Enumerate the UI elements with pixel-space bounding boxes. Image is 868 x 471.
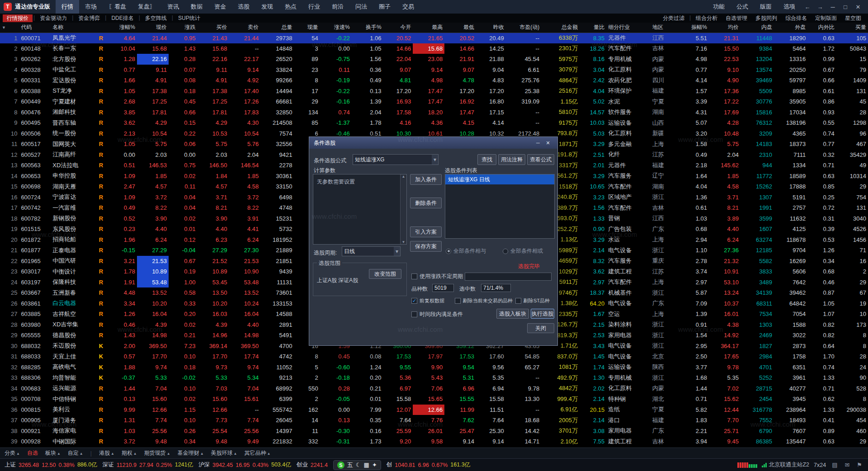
dialog-close-button[interactable]: ✕ (543, 140, 553, 146)
table-row[interactable]: 4600328中盐化工R0.779.110.079.119.1433824230… (0, 65, 868, 75)
column-header-涨速%[interactable]: 涨速% (320, 23, 352, 33)
table-row[interactable]: 35000708中信特钢R0.1315.600.0215.6015.616399… (0, 394, 868, 405)
tab-港股[interactable]: 港股▲ (99, 449, 114, 457)
tab-其它品种[interactable]: 其它品种▲ (245, 449, 271, 457)
table-row[interactable]: 31688033天宜上佳K0.5717.700.1017.7017.744742… (0, 351, 868, 362)
column-header-最高[interactable]: 最高 (413, 23, 444, 33)
toolbar-item-资金博弈[interactable]: 资金博弈 (74, 14, 104, 22)
menu-item-数据[interactable]: 数据 (185, 0, 208, 14)
column-header-内盘[interactable]: 内盘 (741, 23, 774, 33)
menu-item-资讯[interactable]: 资讯 (161, 0, 185, 14)
view-formula-button[interactable]: 查看公式 (527, 154, 554, 165)
tab-美股环球[interactable]: 美股环球▲ (211, 449, 237, 457)
radio-all-and[interactable]: 全部条件相与 (446, 247, 486, 255)
column-header-现价[interactable]: 现价 (137, 23, 169, 33)
column-header-代码[interactable]: 代码 (19, 23, 51, 33)
add-condition-button[interactable]: 加入条件 (410, 174, 442, 185)
table-row[interactable]: 34000683远兴能源R1.447.040.107.037.046899255… (0, 383, 868, 394)
remove-condition-button[interactable]: 删除条件 (410, 198, 442, 208)
dialog-titlebar[interactable]: 条件选股 ─ ✕ (309, 137, 557, 149)
column-header-今开[interactable]: 今开 (383, 23, 413, 33)
select-to-block-button[interactable]: 选股入板块 (496, 309, 529, 319)
menu-item-选项[interactable]: 选项 (778, 0, 801, 14)
server-status[interactable]: 北京联通主站Z2 (762, 461, 809, 469)
column-header-名称[interactable]: 名称 (51, 23, 94, 33)
scroll-up-icon[interactable]: ▲ (402, 174, 406, 179)
menu-item-〖看盘[interactable]: 〖看盘 (103, 0, 132, 14)
toolbar-item-分类过滤[interactable]: 分类过滤 (659, 14, 689, 22)
toolbar-item-组合分析[interactable]: 组合分析 (692, 14, 722, 22)
table-row[interactable]: 38000921海信家电R1.0325.560.2625.5425.561439… (0, 426, 868, 437)
column-header-涨跌[interactable]: 涨跌 (169, 23, 198, 33)
toolbar-item-星空图[interactable]: 星空图 (841, 14, 865, 22)
period-combobox[interactable]: 日线 ▾ (342, 246, 401, 256)
keyboard-icon[interactable]: ▦ (364, 462, 369, 468)
menu-item-交易[interactable]: 交易 (396, 0, 420, 14)
column-header-细分行业[interactable]: 细分行业 (606, 23, 650, 33)
change-range-button[interactable]: 改变范围 (369, 269, 401, 279)
menu-item-行业[interactable]: 行业 (302, 0, 326, 14)
variable-period-field[interactable] (465, 273, 552, 281)
menu-item-复盘〗[interactable]: 复盘〗 (132, 0, 161, 14)
menu-item-公式[interactable]: 公式 (731, 0, 754, 14)
chevron-down-icon[interactable]: ▾ (432, 155, 438, 165)
toolbar-item-定制版面[interactable]: 定制版面 (811, 14, 841, 22)
table-row[interactable]: 32688285高铁电气K1.889.740.189.739.74110525-… (0, 362, 868, 373)
menu-item-问法[interactable]: 问法 (349, 0, 373, 14)
column-header-地区[interactable]: 地区 (651, 23, 679, 33)
column-header-买量[interactable]: 买量 (836, 23, 868, 33)
table-row[interactable]: 3600262北方股份R1.2822.160.2822.1622.1726520… (0, 54, 868, 65)
toolbar-item-SUP统计[interactable]: SUP统计 (174, 14, 204, 22)
table-row[interactable]: 5600331宏达股份R1.664.910.084.914.92992668-0… (0, 75, 868, 86)
checkbox-variable-period[interactable]: 使用涨跌不定周期 (411, 273, 463, 280)
list-icon[interactable]: ▤ (830, 462, 839, 468)
column-header-现量[interactable]: 现量 (294, 23, 320, 33)
save-plan-button[interactable]: 保存方案 (410, 241, 442, 252)
index-创[interactable]: 创1040.816.960.67%161.3亿 (387, 461, 470, 469)
menu-item-资金[interactable]: 资金 (208, 0, 232, 14)
tab-自选[interactable]: 自选 (27, 449, 38, 457)
condition-list-item[interactable]: 短线追涨XG 日线 (445, 174, 554, 184)
table-row[interactable]: 8600476湘邮科技R3.8517.810.6617.8117.8332850… (0, 107, 868, 118)
close-button[interactable]: 关闭 (527, 323, 554, 333)
column-header-最低[interactable]: 最低 (444, 23, 476, 33)
table-row[interactable]: 1600071凤凰光学R4.6421.440.9521.4321.4429738… (0, 33, 868, 43)
column-header-振幅%[interactable]: 振幅% (679, 23, 709, 33)
menu-item-行情[interactable]: 行情 (56, 0, 79, 14)
window-minimize-button[interactable]: ─ (826, 0, 839, 14)
column-header-内外比[interactable]: 内外比 (807, 23, 836, 33)
menu-item-圈子[interactable]: 圈子 (373, 0, 396, 14)
nav-forward-icon[interactable]: → (814, 0, 826, 14)
find-button[interactable]: 查找 (477, 154, 496, 165)
condition-listbox[interactable]: 短线追涨XG 日线 (445, 174, 555, 239)
column-header-总金额[interactable]: 总金额 (541, 23, 580, 33)
ime-logo-icon[interactable]: S (337, 462, 344, 469)
toolbar-item-资金驱动力[interactable]: 资金驱动力 (36, 14, 71, 22)
usage-note-button[interactable]: 用法注释 (498, 154, 525, 165)
menu-item-功能[interactable]: 功能 (707, 0, 731, 14)
column-menu-icon[interactable]: ▼ (0, 23, 19, 33)
menu-item-选股[interactable]: 选股 (232, 0, 255, 14)
scroll-down-icon[interactable]: ▼ (402, 240, 406, 244)
toolbar-item-自选管理[interactable]: 自选管理 (722, 14, 751, 22)
tab-期权[interactable]: 期权▲ (122, 449, 137, 457)
tab-分类[interactable]: 分类▲ (5, 449, 20, 457)
toolbar-item-多空阵线[interactable]: 多空阵线 (141, 14, 171, 22)
moon-icon[interactable]: ☾ (356, 462, 361, 468)
menu-item-发现[interactable]: 发现 (255, 0, 279, 14)
column-header-涨幅%[interactable]: 涨幅% (107, 23, 137, 33)
checkbox-forward-adjusted[interactable]: ✓ 前复权数据 (411, 297, 444, 304)
column-header-市盈(动)[interactable]: 市盈(动) (506, 23, 541, 33)
column-header-量比[interactable]: 量比 (580, 23, 606, 33)
dialog-minimize-button[interactable]: ─ (533, 140, 543, 146)
menu-item-市场[interactable]: 市场 (79, 0, 103, 14)
column-header-买价[interactable]: 买价 (197, 23, 229, 33)
column-header-总量[interactable]: 总量 (260, 23, 294, 33)
index-创业[interactable]: 创业2241.4 (297, 461, 328, 469)
menu-item-前沿[interactable]: 前沿 (326, 0, 349, 14)
column-header-badge[interactable] (95, 23, 108, 33)
tab-期货现货[interactable]: 期货现货▲ (144, 449, 170, 457)
checkbox-exclude-st[interactable]: 剔除ST品种 (515, 297, 550, 304)
table-row[interactable]: 36000815美利云R9.9912.661.1512.66--55574216… (0, 405, 868, 415)
table-row[interactable]: 9600495晋西车轴R3.624.290.154.294.3021450885… (0, 118, 868, 128)
